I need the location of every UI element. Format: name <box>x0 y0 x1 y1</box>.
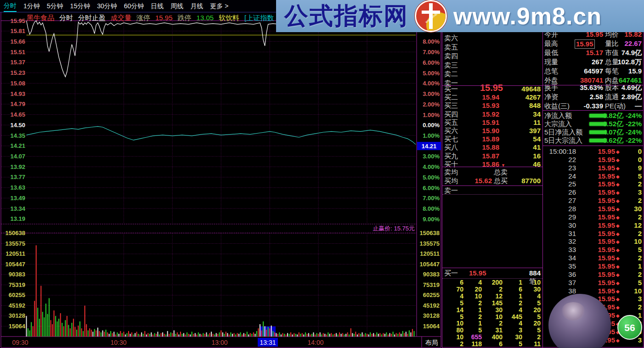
menu-item-8[interactable]: 月线 <box>190 0 203 11</box>
svg-text:15.23: 15.23 <box>10 69 25 76</box>
svg-text:7.00%: 7.00% <box>423 49 440 56</box>
svg-text:3.00%: 3.00% <box>423 153 440 160</box>
buy-avg-row[interactable]: 买均15.62总买87700 <box>442 177 542 185</box>
layout-button[interactable]: 布局 <box>422 338 441 347</box>
bid-row-7[interactable]: 买七15.8954 <box>442 135 542 143</box>
svg-text:14.07: 14.07 <box>10 153 25 160</box>
bid-row-10[interactable]: 买十15.86▼46 <box>442 160 542 168</box>
svg-text:13.19: 13.19 <box>10 215 25 222</box>
ask-row-卖四[interactable]: 卖四 <box>442 52 542 60</box>
tick-row: 2315.95◆9 <box>543 164 643 172</box>
menu-item-5[interactable]: 60分钟 <box>124 0 144 11</box>
svg-text:135575: 135575 <box>420 240 440 247</box>
quote-panel: 卖六卖五卖四卖三卖二卖一买一15.9549648买二15.944267买三15.… <box>442 0 644 348</box>
timeshare-chart[interactable]: 15.9515.8115.6615.5115.3715.2315.0814.93… <box>0 0 442 348</box>
orderbook-avg-divider <box>442 167 542 167</box>
svg-text:14.93: 14.93 <box>10 90 25 97</box>
stats-row-2: 最低15.17市值74.9亿 <box>543 49 643 57</box>
bid-row-1[interactable]: 买一15.9549648 <box>442 85 542 93</box>
panel-mid-border <box>542 32 543 348</box>
trade-count-row: 5214525 <box>442 300 542 307</box>
svg-text:14.35: 14.35 <box>10 132 25 139</box>
ask-row-卖二[interactable]: 卖二 <box>442 70 542 78</box>
buy-diamond-icon: ◆ <box>616 271 620 279</box>
buy-diamond-icon: ◆ <box>616 197 620 205</box>
bid-row-6[interactable]: 买六15.90397 <box>442 127 542 135</box>
banner-site-url: www.9m8.cn <box>453 2 602 30</box>
svg-text:45192: 45192 <box>9 302 25 309</box>
ask-row-卖三[interactable]: 卖三 <box>442 61 542 69</box>
svg-text:15.08: 15.08 <box>10 80 25 87</box>
svg-text:3.00%: 3.00% <box>423 90 440 97</box>
buy-diamond-icon: ◆ <box>616 263 620 271</box>
svg-text:30128: 30128 <box>423 312 440 319</box>
buy-diamond-icon: ◆ <box>616 148 620 156</box>
buy-diamond-icon: ◆ <box>616 337 620 345</box>
bid-row-8[interactable]: 买八15.8841 <box>442 143 542 152</box>
svg-text:9.00%: 9.00% <box>423 216 440 223</box>
svg-text:15.95: 15.95 <box>10 17 25 24</box>
buy-diamond-icon: ◆ <box>616 180 620 189</box>
svg-text:0.00%: 0.00% <box>423 122 440 129</box>
svg-text:30128: 30128 <box>9 312 25 319</box>
stats-row-1: 最高15.95量比22.67 <box>543 39 643 48</box>
menu-item-7[interactable]: 周线 <box>170 0 183 11</box>
panel-left-border <box>442 12 442 348</box>
bottombook-header: 买一15.95884笔 <box>442 269 542 277</box>
menu-item-4[interactable]: 30分钟 <box>97 0 117 11</box>
svg-text:15064: 15064 <box>423 323 440 330</box>
svg-text:90383: 90383 <box>423 271 440 278</box>
svg-text:5.00%: 5.00% <box>423 174 440 181</box>
menu-item-3[interactable]: 15分钟 <box>70 0 90 11</box>
ask-row-卖五[interactable]: 卖五 <box>442 43 542 51</box>
svg-text:14.21: 14.21 <box>422 143 437 150</box>
svg-text:13.34: 13.34 <box>10 205 25 212</box>
tick-row: 3815.95◆10 <box>543 287 643 295</box>
tick-row: 3115.95◆2 <box>543 230 643 238</box>
svg-text:105447: 105447 <box>6 261 25 268</box>
bid-row-9[interactable]: 买九15.8716 <box>442 152 542 160</box>
money-flow-row-1: 大宗流入-3.52亿-22% <box>543 120 643 128</box>
svg-text:15.66: 15.66 <box>10 38 25 45</box>
menu-item-1[interactable]: 1分钟 <box>23 0 40 11</box>
bid-row-3[interactable]: 买三15.93848 <box>442 101 542 110</box>
svg-text:1.00%: 1.00% <box>423 132 440 139</box>
stats-row-4: 总笔64597每笔15.9 <box>543 67 643 75</box>
menu-item-2[interactable]: 5分钟 <box>47 0 63 11</box>
buy-diamond-icon: ◆ <box>616 164 620 173</box>
bid-row-5[interactable]: 买五15.9111 <box>442 118 542 127</box>
money-flow-row-0: 净流入额-3.82亿-24% <box>543 112 643 120</box>
buy-diamond-icon: ◆ <box>616 222 620 230</box>
svg-text:13.49: 13.49 <box>10 195 25 202</box>
svg-text:120511: 120511 <box>420 250 440 257</box>
banner-link[interactable]: 公式指标网 www.9m8.cn www.9m8.cn <box>276 0 644 32</box>
tick-row: 3515.95◆1 <box>543 262 643 270</box>
bid-row-4[interactable]: 买四15.9234 <box>442 110 542 118</box>
trade-count-row: 4101214 <box>442 293 542 300</box>
menu-item-0[interactable]: 分时 <box>4 0 17 12</box>
svg-text:15.37: 15.37 <box>10 59 25 66</box>
orderbook-mid-divider <box>442 85 542 86</box>
title-segment-5: 15.95 <box>155 14 173 22</box>
svg-text:105447: 105447 <box>420 261 440 268</box>
ask-row-卖六[interactable]: 卖六 <box>442 34 542 42</box>
menu-item-6[interactable]: 日线 <box>151 0 164 11</box>
sell-avg-row[interactable]: 卖均总卖 <box>442 168 542 176</box>
title-segment-8: 软饮料 <box>219 14 239 22</box>
sell-one-section-label[interactable]: 卖一 <box>442 186 542 195</box>
bid-row-2[interactable]: 买二15.944267 <box>442 93 542 101</box>
tick-row: 3415.95◆2 <box>543 254 643 262</box>
svg-text:150638: 150638 <box>6 230 25 236</box>
svg-text:13.77: 13.77 <box>10 174 25 180</box>
stats-divider-1 <box>543 85 643 85</box>
tick-row: 2615.95◆3 <box>543 188 643 196</box>
notification-badge[interactable]: 56 <box>617 315 642 340</box>
panel-bottom-border <box>442 347 644 348</box>
bottombook-top-divider <box>442 268 542 268</box>
svg-text:150638: 150638 <box>420 230 440 236</box>
buy-diamond-icon: ◆ <box>616 295 620 303</box>
trade-count-row: 10655400302 <box>442 334 542 341</box>
buy-diamond-icon: ◆ <box>616 173 620 181</box>
trade-count-row: 8053135 <box>442 327 542 334</box>
menu-item-9[interactable]: 更多 > <box>210 0 228 11</box>
